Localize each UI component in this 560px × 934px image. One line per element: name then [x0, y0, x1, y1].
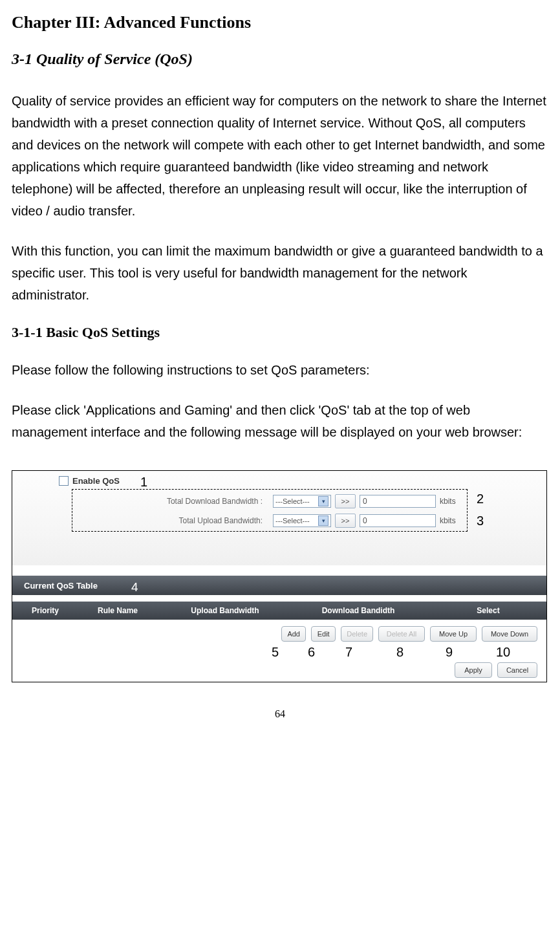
add-button[interactable]: Add [281, 626, 306, 642]
col-upload-bandwidth: Upload Bandwidth [164, 606, 286, 615]
apply-button[interactable]: Apply [455, 662, 492, 678]
subsection-title: 3-1-1 Basic QoS Settings [12, 324, 548, 341]
page-number: 64 [12, 708, 548, 720]
col-priority: Priority [12, 606, 72, 615]
upload-label: Total Upload Bandwidth: [72, 516, 269, 525]
chevron-down-icon: ▾ [318, 496, 328, 506]
apply-cancel-row: Apply Cancel [455, 662, 537, 678]
enable-qos-label: Enable QoS [72, 476, 120, 486]
upload-value-input[interactable]: 0 [360, 514, 436, 527]
download-go-button[interactable]: >> [335, 494, 356, 508]
bandwidth-group: Total Download Bandwidth : ---Select--- … [72, 489, 468, 532]
cancel-button[interactable]: Cancel [497, 662, 537, 678]
paragraph-2: With this function, you can limit the ma… [12, 240, 548, 306]
paragraph-3: Please follow the following instructions… [12, 359, 548, 381]
download-select[interactable]: ---Select--- ▾ [273, 495, 331, 508]
upload-select-value: ---Select--- [275, 517, 310, 525]
upload-select[interactable]: ---Select--- ▾ [273, 514, 331, 527]
upload-bandwidth-row: Total Upload Bandwidth: ---Select--- ▾ >… [72, 512, 467, 530]
upload-unit: kbits [440, 516, 463, 525]
callout-6: 6 [308, 645, 315, 660]
paragraph-1: Quality of service provides an efficient… [12, 90, 548, 222]
callout-5: 5 [272, 645, 279, 660]
col-select: Select [430, 606, 546, 615]
current-qos-table-header: Current QoS Table [12, 576, 546, 595]
download-label: Total Download Bandwidth : [72, 497, 269, 506]
move-down-button[interactable]: Move Down [482, 626, 537, 642]
table-buttons-row: Add Edit Delete Delete All Move Up Move … [12, 626, 546, 642]
qos-screenshot: Enable QoS 1 Total Download Bandwidth : … [12, 470, 547, 682]
callout-9: 9 [446, 645, 453, 660]
download-select-value: ---Select--- [275, 497, 310, 505]
callout-2: 2 [477, 492, 484, 506]
upload-go-button[interactable]: >> [335, 514, 356, 528]
callout-10: 10 [496, 645, 510, 660]
delete-all-button[interactable]: Delete All [378, 626, 425, 642]
download-unit: kbits [440, 497, 463, 506]
callout-1: 1 [140, 475, 147, 490]
enable-qos-row: Enable QoS [59, 476, 120, 486]
current-qos-title: Current QoS Table [24, 581, 98, 591]
col-rule-name: Rule Name [72, 606, 164, 615]
col-download-bandwidth: Download Bandidth [286, 606, 430, 615]
chevron-down-icon: ▾ [318, 516, 328, 526]
edit-button[interactable]: Edit [311, 626, 336, 642]
callout-7: 7 [345, 645, 352, 660]
download-bandwidth-row: Total Download Bandwidth : ---Select--- … [72, 492, 467, 510]
callout-3: 3 [477, 514, 484, 528]
delete-button[interactable]: Delete [341, 626, 373, 642]
chapter-title: Chapter III: Advanced Functions [12, 13, 548, 32]
section-title: 3-1 Quality of Service (QoS) [12, 50, 548, 68]
callout-8: 8 [396, 645, 404, 660]
table-header-row: Priority Rule Name Upload Bandwidth Down… [12, 602, 546, 620]
enable-qos-checkbox[interactable] [59, 476, 69, 486]
paragraph-4: Please click 'Applications and Gaming' a… [12, 399, 548, 443]
callout-4: 4 [131, 580, 138, 594]
move-up-button[interactable]: Move Up [430, 626, 477, 642]
download-value-input[interactable]: 0 [360, 495, 436, 508]
